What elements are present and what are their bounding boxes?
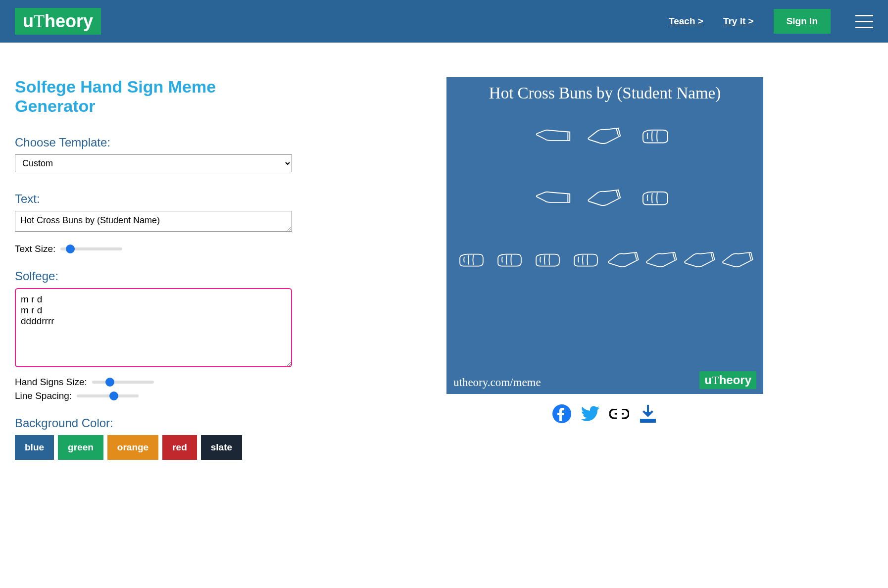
preview-footer: utheory.com/meme uTheory [453,371,756,389]
hand-sign-do [636,122,675,149]
meme-preview: Hot Cross Buns by (Student Name) [446,77,763,394]
preview-panel: Hot Cross Buns by (Student Name) [337,77,873,460]
header-nav: Teach > Try it > Sign In [669,9,873,34]
text-size-label: Text Size: [15,244,55,254]
hamburger-menu-icon[interactable] [855,15,873,28]
hand-sign-re [720,246,756,273]
logo[interactable]: uTheory [15,8,101,35]
hand-sign-do [530,246,566,273]
color-buttons-row: blue green orange red slate [15,435,292,460]
solfege-label: Solfege: [15,269,292,283]
hand-size-label: Hand Signs Size: [15,377,87,388]
hand-sign-do [636,184,675,211]
hand-sign-re [682,246,718,273]
hand-row [453,122,756,149]
line-spacing-slider[interactable] [77,394,139,397]
color-green-button[interactable]: green [58,435,103,460]
hand-sign-mi [535,184,574,211]
template-label: Choose Template: [15,136,292,149]
text-input[interactable] [15,211,292,232]
twitter-icon[interactable] [581,404,600,424]
hand-size-row: Hand Signs Size: [15,377,292,388]
color-slate-button[interactable]: slate [201,435,242,460]
hand-sign-re [606,246,642,273]
nav-teach[interactable]: Teach > [669,16,703,27]
page-title: Solfege Hand Sign Meme Generator [15,77,292,116]
line-spacing-label: Line Spacing: [15,391,72,401]
line-spacing-row: Line Spacing: [15,391,292,401]
color-orange-button[interactable]: orange [107,435,158,460]
main-content: Solfege Hand Sign Meme Generator Choose … [0,43,888,475]
hand-row [453,184,756,211]
text-label: Text: [15,192,292,206]
facebook-icon[interactable] [552,404,572,424]
hand-rows [453,122,756,387]
template-select[interactable]: Custom [15,154,292,172]
link-icon[interactable] [609,404,629,424]
hand-sign-re [586,184,624,211]
hand-sign-re [586,122,624,149]
hand-row [453,246,756,273]
preview-title: Hot Cross Buns by (Student Name) [453,84,756,102]
bg-color-label: Background Color: [15,416,292,430]
text-size-slider[interactable] [60,247,122,250]
color-red-button[interactable]: red [162,435,197,460]
sign-in-button[interactable]: Sign In [774,9,831,34]
preview-logo: uTheory [699,371,756,389]
hand-size-slider[interactable] [92,381,154,384]
controls-panel: Solfege Hand Sign Meme Generator Choose … [15,77,292,460]
download-icon[interactable] [638,404,658,424]
hand-sign-do [492,246,528,273]
share-row [552,404,658,424]
header: uTheory Teach > Try it > Sign In [0,0,888,43]
solfege-input[interactable] [15,288,292,367]
text-size-row: Text Size: [15,244,292,254]
hand-sign-re [644,246,680,273]
hand-sign-do [453,246,490,273]
preview-url: utheory.com/meme [453,376,541,389]
nav-try[interactable]: Try it > [723,16,754,27]
svg-rect-3 [617,409,622,419]
color-blue-button[interactable]: blue [15,435,54,460]
hand-sign-mi [535,122,574,149]
hand-sign-do [568,246,604,273]
